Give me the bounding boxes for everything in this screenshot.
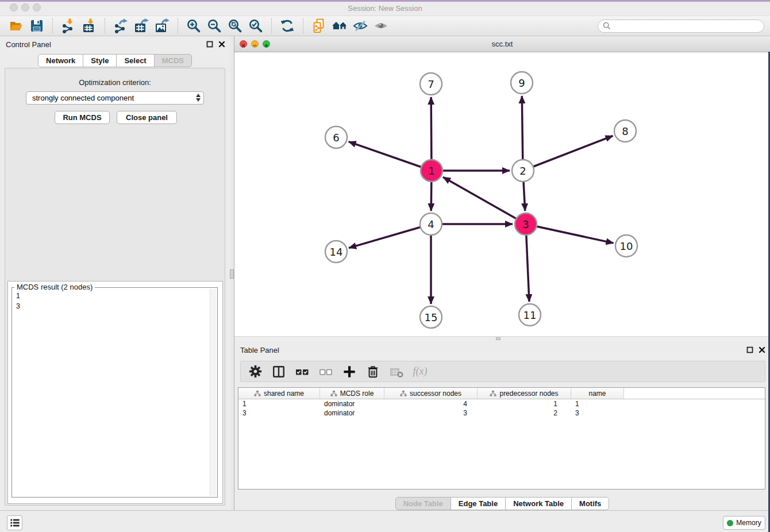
table-row[interactable]: 1 dominator 4 1 1 — [238, 399, 765, 408]
svg-text:10: 10 — [620, 240, 633, 252]
column-header-successor-nodes[interactable]: successor nodes — [384, 388, 478, 399]
sort-hierarchy-icon — [330, 390, 337, 397]
tab-network-table[interactable]: Network Table — [505, 497, 572, 510]
column-header-filler — [624, 388, 765, 399]
memory-button[interactable]: Memory — [723, 516, 765, 530]
export-table-icon[interactable] — [133, 17, 150, 34]
run-mcds-button[interactable]: Run MCDS — [55, 111, 110, 124]
close-window-button[interactable] — [10, 3, 18, 11]
cell-predecessor-nodes[interactable]: 2 — [478, 408, 571, 418]
add-column-icon[interactable] — [342, 364, 357, 379]
graph-node-10[interactable]: 10 — [615, 235, 637, 257]
tab-style[interactable]: Style — [83, 54, 117, 67]
refresh-icon[interactable] — [279, 17, 296, 34]
tab-mcds[interactable]: MCDS — [154, 54, 192, 67]
cell-successor-nodes[interactable]: 3 — [384, 408, 478, 418]
minimize-view-button[interactable] — [251, 40, 259, 48]
import-table-icon[interactable] — [80, 17, 98, 34]
close-view-button[interactable] — [240, 40, 247, 48]
save-session-icon[interactable] — [28, 17, 45, 34]
result-item[interactable]: 3 — [16, 302, 217, 311]
show-all-eye-icon[interactable] — [372, 17, 390, 34]
graph-node-14[interactable]: 14 — [325, 241, 347, 263]
cell-shared-name[interactable]: 1 — [238, 399, 320, 408]
close-panel-icon[interactable] — [759, 346, 765, 353]
apply-function-icon: f(x) — [413, 364, 428, 379]
export-image-icon[interactable] — [153, 17, 171, 34]
graph-node-2[interactable]: 2 — [512, 160, 534, 182]
column-header-shared-name[interactable]: shared name — [238, 388, 320, 399]
panel-divider[interactable] — [230, 36, 234, 510]
graph-edge-2-8[interactable] — [523, 136, 613, 171]
graph-edge-1-6[interactable] — [349, 142, 432, 171]
column-header-predecessor-nodes[interactable]: predecessor nodes — [478, 388, 571, 399]
column-header-name[interactable]: name — [571, 388, 624, 399]
cell-shared-name[interactable]: 3 — [238, 408, 320, 418]
close-panel-button[interactable]: Close panel — [117, 111, 177, 124]
split-columns-icon[interactable] — [271, 364, 286, 379]
cell-successor-nodes[interactable]: 4 — [384, 399, 478, 408]
open-session-icon[interactable] — [7, 17, 25, 34]
control-panel-tabs: Network Style Select MCDS — [0, 54, 230, 67]
node-table[interactable]: shared name MCDS role successor nodes pr… — [238, 387, 765, 489]
network-resize-grip[interactable] — [496, 337, 500, 340]
result-scrollbar[interactable] — [210, 289, 217, 496]
graph-node-9[interactable]: 9 — [511, 72, 533, 94]
search-input[interactable] — [614, 22, 759, 30]
zoom-selected-icon[interactable] — [247, 17, 264, 34]
float-panel-icon[interactable] — [746, 346, 753, 353]
tab-edge-table[interactable]: Edge Table — [451, 497, 506, 510]
graph-node-8[interactable]: 8 — [614, 120, 636, 142]
toolbar-separator — [271, 18, 272, 33]
float-panel-icon[interactable] — [206, 41, 213, 48]
graph-node-6[interactable]: 6 — [325, 126, 347, 148]
criterion-select[interactable]: strongly connected component — [26, 91, 204, 105]
graph-node-7[interactable]: 7 — [420, 73, 442, 95]
table-row[interactable]: 3 dominator 3 2 3 — [238, 408, 765, 418]
graph-edge-3-11[interactable] — [526, 224, 529, 302]
select-all-checkboxes-icon[interactable] — [295, 364, 310, 379]
graph-edge-4-14[interactable] — [349, 224, 431, 248]
svg-text:2: 2 — [519, 165, 526, 177]
minimize-window-button[interactable] — [21, 3, 29, 11]
zoom-view-button[interactable] — [263, 40, 270, 48]
zoom-in-icon[interactable] — [185, 17, 202, 34]
task-history-button[interactable] — [7, 515, 22, 530]
graph-node-11[interactable]: 11 — [519, 304, 541, 326]
network-window-titlebar[interactable]: scc.txt — [234, 36, 770, 52]
optimization-criterion-label: Optimization criterion: — [5, 78, 225, 87]
hide-selected-eye-icon[interactable] — [352, 17, 369, 34]
graph-edge-3-10[interactable] — [526, 224, 614, 243]
settings-gear-icon[interactable] — [248, 364, 263, 379]
divider-grip[interactable] — [230, 269, 234, 279]
graph-node-4[interactable]: 4 — [420, 213, 442, 235]
graph-node-15[interactable]: 15 — [420, 306, 442, 328]
network-canvas[interactable]: 7968124314101511 — [234, 52, 770, 336]
cell-name[interactable]: 3 — [571, 408, 624, 418]
cell-name[interactable]: 1 — [571, 399, 624, 408]
close-panel-icon[interactable] — [218, 41, 225, 48]
tab-network[interactable]: Network — [38, 54, 83, 67]
clear-checkboxes-icon[interactable] — [318, 364, 333, 379]
tab-node-table[interactable]: Node Table — [395, 497, 451, 510]
mcds-documents-icon[interactable] — [310, 17, 328, 34]
cell-mcds-role[interactable]: dominator — [320, 399, 384, 408]
tab-select[interactable]: Select — [116, 54, 154, 67]
svg-text:8: 8 — [622, 125, 628, 137]
zoom-out-icon[interactable] — [206, 17, 223, 34]
maximize-window-button[interactable] — [33, 3, 41, 11]
import-network-icon[interactable] — [60, 17, 77, 34]
cell-mcds-role[interactable]: dominator — [320, 408, 384, 418]
result-item[interactable]: 1 — [16, 291, 217, 300]
graph-node-3[interactable]: 3 — [515, 213, 537, 235]
home-views-icon[interactable] — [331, 17, 348, 34]
graph-node-1[interactable]: 1 — [421, 160, 442, 182]
delete-column-icon[interactable] — [365, 364, 380, 379]
tab-motifs[interactable]: Motifs — [571, 497, 609, 510]
cell-predecessor-nodes[interactable]: 1 — [478, 399, 571, 408]
zoom-fit-icon[interactable] — [226, 17, 244, 34]
graph-edge-3-1[interactable] — [443, 177, 526, 224]
network-graph: 7968124314101511 — [234, 52, 770, 336]
column-header-mcds-role[interactable]: MCDS role — [320, 388, 384, 399]
export-network-icon[interactable] — [112, 17, 129, 34]
